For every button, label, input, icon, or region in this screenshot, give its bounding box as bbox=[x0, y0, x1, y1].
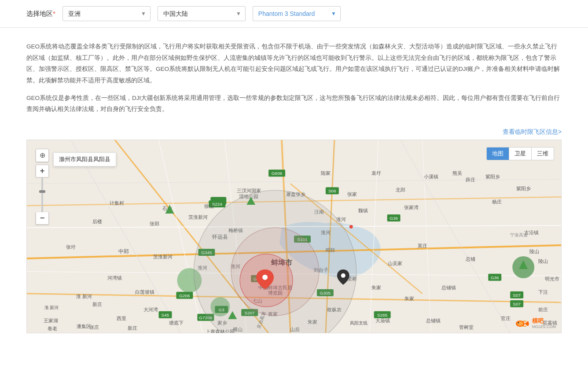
map-location-tooltip: 滁州市凤阳县凤阳县 bbox=[53, 152, 116, 166]
map-link-row: 查看临时限飞区信息> bbox=[26, 128, 562, 136]
svg-text:杨庄: 杨庄 bbox=[492, 199, 502, 204]
watermark-brand: 模吧 bbox=[532, 317, 556, 325]
svg-text:S07: S07 bbox=[513, 293, 521, 298]
svg-text:凤阳支线: 凤阳支线 bbox=[350, 321, 368, 325]
svg-text:张家: 张家 bbox=[347, 192, 357, 197]
svg-text:S06: S06 bbox=[328, 188, 336, 193]
svg-text:前庄: 前庄 bbox=[538, 307, 548, 312]
map-type-3d-button[interactable]: 三维 bbox=[532, 148, 554, 160]
svg-text:S45: S45 bbox=[162, 313, 169, 317]
compass-button[interactable]: ⊕ bbox=[36, 149, 49, 162]
svg-text:新庄: 新庄 bbox=[128, 325, 137, 330]
svg-text:白莲坡镇: 白莲坡镇 bbox=[135, 289, 154, 295]
svg-text:熊吴: 熊吴 bbox=[452, 170, 462, 176]
svg-text:G206: G206 bbox=[179, 293, 190, 298]
svg-text:张圩: 张圩 bbox=[66, 244, 76, 250]
svg-text:山吴家: 山吴家 bbox=[388, 261, 402, 266]
region-select-1[interactable]: 亚洲 欧洲 北美洲 南美洲 大洋洲 非洲 bbox=[62, 6, 151, 21]
svg-text:计集村: 计集村 bbox=[110, 200, 124, 206]
watermark-site: MOJZS.COM bbox=[532, 325, 556, 329]
temp-flight-zone-link[interactable]: 查看临时限飞区信息> bbox=[503, 128, 562, 135]
svg-text:朱家: 朱家 bbox=[371, 285, 381, 290]
svg-text:张郢: 张郢 bbox=[150, 221, 159, 226]
svg-text:S07: S07 bbox=[513, 302, 521, 306]
svg-text:总铺镇: 总铺镇 bbox=[426, 318, 441, 323]
svg-text:下注: 下注 bbox=[538, 289, 548, 295]
svg-text:张家湾: 张家湾 bbox=[404, 205, 419, 210]
map-type-map-button[interactable]: 地图 bbox=[487, 148, 509, 160]
paragraph-2: GEO系统仅是参考性质，在一些区域，DJI大疆创新系统将采用通用管理，选取一些常… bbox=[26, 92, 562, 115]
paragraph-1: GEO系统将动态覆盖全球各类飞行受限制的区域，飞行用户将实时获取相关受限资讯，包… bbox=[26, 41, 562, 86]
svg-text:大河湾: 大河湾 bbox=[143, 307, 158, 312]
map-type-satellite-button[interactable]: 卫星 bbox=[509, 148, 532, 160]
svg-text:陵山: 陵山 bbox=[538, 258, 548, 264]
svg-text:茨淮新河: 茨淮新河 bbox=[188, 214, 208, 220]
svg-text:总铺镇: 总铺镇 bbox=[441, 285, 456, 290]
zoom-slider[interactable] bbox=[41, 177, 43, 212]
map-section: 查看临时限飞区信息> bbox=[0, 128, 588, 333]
region-label: 选择地区* bbox=[26, 10, 55, 18]
svg-text:塘底下: 塘底下 bbox=[169, 320, 184, 325]
region-select-3[interactable]: Phantom 3 Standard Phantom 4 Mavic Pro I… bbox=[253, 6, 341, 21]
svg-text:莫庄: 莫庄 bbox=[418, 243, 427, 248]
svg-text:朱家: 朱家 bbox=[404, 296, 414, 301]
map-controls: ⊕ + − bbox=[36, 149, 49, 225]
zoom-in-button[interactable]: + bbox=[36, 165, 49, 177]
region-select-1-wrapper: 亚洲 欧洲 北美洲 南美洲 大洋洲 非洲 ▼ bbox=[62, 6, 151, 21]
tooltip-text: 滁州市凤阳县凤阳县 bbox=[59, 156, 110, 162]
svg-text:G36: G36 bbox=[491, 275, 499, 280]
svg-text:紫阳乡: 紫阳乡 bbox=[516, 186, 531, 191]
svg-text:后楼: 后楼 bbox=[92, 219, 102, 224]
map-watermark: 模吧 MOJZS.COM bbox=[515, 317, 556, 329]
map-background: G206 S224 S101 G606 S06 G36 G305 S265 G3… bbox=[27, 140, 561, 333]
region-select-3-wrapper: Phantom 3 Standard Phantom 4 Mavic Pro I… bbox=[253, 6, 341, 21]
svg-text:淮 新河: 淮 新河 bbox=[76, 294, 92, 299]
svg-text:袁圩: 袁圩 bbox=[371, 170, 381, 176]
svg-text:陵山: 陵山 bbox=[529, 249, 539, 254]
map-type-buttons: 地图 卫星 三维 bbox=[486, 147, 554, 160]
svg-marker-148 bbox=[525, 321, 529, 326]
watermark-logo: 模吧 MOJZS.COM bbox=[515, 317, 556, 329]
svg-text:G36: G36 bbox=[390, 216, 398, 221]
svg-text:S265: S265 bbox=[377, 313, 388, 317]
svg-text:新庄: 新庄 bbox=[92, 302, 102, 307]
svg-point-149 bbox=[518, 322, 519, 323]
label-text: 选择地区 bbox=[26, 10, 53, 17]
svg-text:G606: G606 bbox=[272, 171, 283, 176]
svg-text:陆家: 陆家 bbox=[321, 170, 331, 176]
watermark-text-block: 模吧 MOJZS.COM bbox=[532, 317, 556, 329]
zoom-controls: + − bbox=[36, 165, 49, 225]
header-row: 选择地区* 亚洲 欧洲 北美洲 南美洲 大洋洲 非洲 ▼ 中国大陆 香港 台湾 … bbox=[0, 0, 588, 28]
region-select-2[interactable]: 中国大陆 香港 台湾 澳门 bbox=[158, 6, 246, 21]
svg-point-145 bbox=[349, 225, 353, 229]
svg-text:官庄: 官庄 bbox=[501, 316, 511, 321]
svg-text:茨淮新河: 茨淮新河 bbox=[153, 254, 173, 259]
svg-text:徐山: 徐山 bbox=[204, 203, 214, 209]
svg-text:西里: 西里 bbox=[117, 316, 126, 321]
svg-point-139 bbox=[341, 273, 345, 278]
svg-text:紫阳乡: 紫阳乡 bbox=[485, 174, 500, 179]
svg-point-138 bbox=[262, 275, 268, 280]
fish-logo-icon bbox=[515, 319, 531, 328]
svg-text:薛庄: 薛庄 bbox=[466, 177, 475, 182]
svg-text:中郢: 中郢 bbox=[118, 248, 129, 255]
required-star: * bbox=[53, 10, 55, 17]
svg-text:王家湖: 王家湖 bbox=[44, 318, 58, 323]
zoom-out-button[interactable]: − bbox=[36, 212, 49, 225]
region-select-2-wrapper: 中国大陆 香港 台湾 澳门 ▼ bbox=[158, 6, 246, 21]
svg-text:魏镇: 魏镇 bbox=[358, 208, 368, 213]
svg-text:管树堂: 管树堂 bbox=[459, 324, 474, 329]
map-container[interactable]: G206 S224 S101 G606 S06 G36 G305 S265 G3… bbox=[26, 140, 562, 333]
svg-text:潘集区: 潘集区 bbox=[77, 324, 91, 329]
zoom-slider-handle[interactable] bbox=[39, 190, 45, 193]
content-area: GEO系统将动态覆盖全球各类飞行受限制的区域，飞行用户将实时获取相关受限资讯，包… bbox=[0, 28, 588, 128]
svg-text:北郢: 北郢 bbox=[396, 187, 405, 192]
svg-text:卷老: 卷老 bbox=[48, 325, 57, 331]
svg-text:明光市: 明光市 bbox=[545, 276, 559, 281]
svg-text:淮 新河: 淮 新河 bbox=[44, 305, 59, 310]
svg-text:小溪镇: 小溪镇 bbox=[424, 174, 438, 179]
svg-text:大庙镇: 大庙镇 bbox=[375, 318, 390, 323]
svg-text:宁洛高速: 宁洛高速 bbox=[510, 232, 528, 237]
description-block: GEO系统将动态覆盖全球各类飞行受限制的区域，飞行用户将实时获取相关受限资讯，包… bbox=[26, 41, 562, 115]
svg-point-147 bbox=[517, 321, 523, 326]
